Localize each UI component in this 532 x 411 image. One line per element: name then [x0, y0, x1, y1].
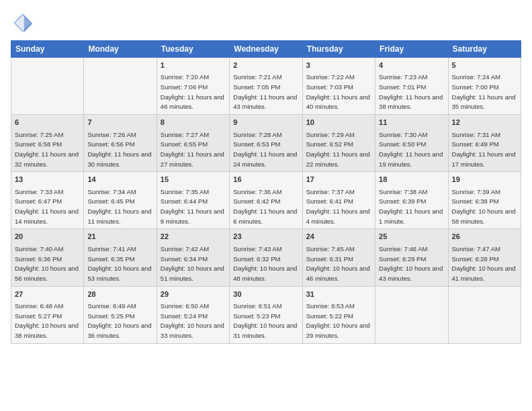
logo-icon — [11, 11, 35, 35]
calendar-header-row: SundayMondayTuesdayWednesdayThursdayFrid… — [11, 41, 521, 58]
calendar-week-5: 27Sunrise: 6:48 AM Sunset: 5:27 PM Dayli… — [11, 286, 521, 343]
day-number: 11 — [379, 118, 444, 128]
calendar-cell: 19Sunrise: 7:39 AM Sunset: 6:38 PM Dayli… — [448, 172, 521, 229]
day-number: 16 — [233, 175, 298, 185]
day-info: Sunrise: 7:35 AM Sunset: 6:44 PM Dayligh… — [161, 188, 224, 225]
day-number: 3 — [306, 60, 371, 71]
day-number: 10 — [306, 118, 371, 128]
calendar-cell — [448, 286, 521, 343]
calendar-week-2: 6Sunrise: 7:25 AM Sunset: 6:58 PM Daylig… — [11, 115, 521, 172]
day-number: 23 — [233, 232, 298, 242]
day-info: Sunrise: 7:46 AM Sunset: 6:29 PM Dayligh… — [379, 245, 443, 282]
day-info: Sunrise: 7:33 AM Sunset: 6:47 PM Dayligh… — [15, 188, 79, 225]
calendar-cell: 26Sunrise: 7:47 AM Sunset: 6:28 PM Dayli… — [448, 229, 521, 286]
day-number: 30 — [233, 289, 298, 300]
day-number: 2 — [233, 60, 298, 71]
day-info: Sunrise: 7:23 AM Sunset: 7:01 PM Dayligh… — [379, 73, 443, 110]
calendar-cell: 14Sunrise: 7:34 AM Sunset: 6:45 PM Dayli… — [84, 172, 157, 229]
calendar-cell: 31Sunrise: 6:53 AM Sunset: 5:22 PM Dayli… — [302, 286, 375, 343]
day-info: Sunrise: 7:31 AM Sunset: 6:49 PM Dayligh… — [452, 131, 516, 168]
day-info: Sunrise: 7:28 AM Sunset: 6:53 PM Dayligh… — [233, 131, 297, 168]
day-number: 13 — [15, 175, 80, 185]
calendar-cell: 10Sunrise: 7:29 AM Sunset: 6:52 PM Dayli… — [302, 115, 375, 172]
day-number: 27 — [15, 289, 80, 300]
day-number: 9 — [233, 118, 298, 128]
day-number: 24 — [306, 232, 371, 242]
day-number: 12 — [452, 118, 517, 128]
day-number: 19 — [452, 175, 517, 185]
day-number: 31 — [306, 289, 371, 300]
day-number: 5 — [452, 60, 517, 71]
day-info: Sunrise: 7:25 AM Sunset: 6:58 PM Dayligh… — [15, 131, 79, 168]
calendar-cell: 7Sunrise: 7:26 AM Sunset: 6:56 PM Daylig… — [84, 115, 157, 172]
day-info: Sunrise: 6:48 AM Sunset: 5:27 PM Dayligh… — [15, 302, 79, 339]
day-info: Sunrise: 6:50 AM Sunset: 5:24 PM Dayligh… — [161, 302, 224, 339]
calendar-week-3: 13Sunrise: 7:33 AM Sunset: 6:47 PM Dayli… — [11, 172, 521, 229]
day-number: 8 — [161, 118, 226, 128]
calendar-cell: 12Sunrise: 7:31 AM Sunset: 6:49 PM Dayli… — [448, 115, 521, 172]
day-number: 14 — [87, 175, 152, 185]
page-header — [11, 11, 521, 35]
calendar-cell: 5Sunrise: 7:24 AM Sunset: 7:00 PM Daylig… — [448, 58, 521, 115]
day-info: Sunrise: 7:24 AM Sunset: 7:00 PM Dayligh… — [452, 73, 516, 110]
day-number: 6 — [15, 118, 80, 128]
day-number: 28 — [87, 289, 152, 300]
calendar-cell: 25Sunrise: 7:46 AM Sunset: 6:29 PM Dayli… — [375, 229, 448, 286]
calendar-cell: 23Sunrise: 7:43 AM Sunset: 6:32 PM Dayli… — [230, 229, 302, 286]
calendar-cell: 20Sunrise: 7:40 AM Sunset: 6:36 PM Dayli… — [11, 229, 84, 286]
day-info: Sunrise: 7:22 AM Sunset: 7:03 PM Dayligh… — [306, 73, 370, 110]
day-number: 29 — [161, 289, 226, 300]
calendar-cell: 6Sunrise: 7:25 AM Sunset: 6:58 PM Daylig… — [11, 115, 84, 172]
calendar-cell — [84, 58, 157, 115]
calendar-cell: 21Sunrise: 7:41 AM Sunset: 6:35 PM Dayli… — [84, 229, 157, 286]
day-info: Sunrise: 7:40 AM Sunset: 6:36 PM Dayligh… — [15, 245, 79, 282]
day-info: Sunrise: 7:42 AM Sunset: 6:34 PM Dayligh… — [161, 245, 224, 282]
calendar-cell: 30Sunrise: 6:51 AM Sunset: 5:23 PM Dayli… — [230, 286, 302, 343]
day-info: Sunrise: 7:41 AM Sunset: 6:35 PM Dayligh… — [87, 245, 151, 282]
day-info: Sunrise: 7:37 AM Sunset: 6:41 PM Dayligh… — [306, 188, 370, 225]
calendar-cell: 1Sunrise: 7:20 AM Sunset: 7:06 PM Daylig… — [157, 58, 229, 115]
day-info: Sunrise: 6:53 AM Sunset: 5:22 PM Dayligh… — [306, 302, 370, 339]
day-header-monday: Monday — [84, 41, 157, 58]
day-info: Sunrise: 7:36 AM Sunset: 6:42 PM Dayligh… — [233, 188, 297, 225]
day-info: Sunrise: 7:45 AM Sunset: 6:31 PM Dayligh… — [306, 245, 370, 282]
day-info: Sunrise: 7:43 AM Sunset: 6:32 PM Dayligh… — [233, 245, 297, 282]
calendar-cell: 8Sunrise: 7:27 AM Sunset: 6:55 PM Daylig… — [157, 115, 229, 172]
day-number: 18 — [379, 175, 444, 185]
day-info: Sunrise: 7:47 AM Sunset: 6:28 PM Dayligh… — [452, 245, 516, 282]
calendar-cell: 15Sunrise: 7:35 AM Sunset: 6:44 PM Dayli… — [157, 172, 229, 229]
logo — [11, 11, 38, 35]
day-number: 7 — [87, 118, 152, 128]
calendar-cell: 17Sunrise: 7:37 AM Sunset: 6:41 PM Dayli… — [302, 172, 375, 229]
day-number: 20 — [15, 232, 80, 242]
svg-marker-1 — [24, 15, 33, 32]
day-number: 15 — [161, 175, 226, 185]
day-header-wednesday: Wednesday — [230, 41, 302, 58]
calendar-cell: 4Sunrise: 7:23 AM Sunset: 7:01 PM Daylig… — [375, 58, 448, 115]
day-header-tuesday: Tuesday — [157, 41, 229, 58]
day-number: 22 — [161, 232, 226, 242]
day-number: 26 — [452, 232, 517, 242]
calendar-cell: 3Sunrise: 7:22 AM Sunset: 7:03 PM Daylig… — [302, 58, 375, 115]
day-info: Sunrise: 7:38 AM Sunset: 6:39 PM Dayligh… — [379, 188, 443, 225]
calendar-cell: 29Sunrise: 6:50 AM Sunset: 5:24 PM Dayli… — [157, 286, 229, 343]
calendar-cell: 2Sunrise: 7:21 AM Sunset: 7:05 PM Daylig… — [230, 58, 302, 115]
day-info: Sunrise: 7:30 AM Sunset: 6:50 PM Dayligh… — [379, 131, 443, 168]
calendar-cell: 11Sunrise: 7:30 AM Sunset: 6:50 PM Dayli… — [375, 115, 448, 172]
day-info: Sunrise: 6:51 AM Sunset: 5:23 PM Dayligh… — [233, 302, 297, 339]
day-header-friday: Friday — [375, 41, 448, 58]
calendar-cell: 13Sunrise: 7:33 AM Sunset: 6:47 PM Dayli… — [11, 172, 84, 229]
calendar-cell: 16Sunrise: 7:36 AM Sunset: 6:42 PM Dayli… — [230, 172, 302, 229]
day-info: Sunrise: 7:21 AM Sunset: 7:05 PM Dayligh… — [233, 73, 297, 110]
day-number: 4 — [379, 60, 444, 71]
day-info: Sunrise: 7:34 AM Sunset: 6:45 PM Dayligh… — [87, 188, 151, 225]
day-number: 17 — [306, 175, 371, 185]
day-info: Sunrise: 7:27 AM Sunset: 6:55 PM Dayligh… — [161, 131, 224, 168]
calendar-cell: 24Sunrise: 7:45 AM Sunset: 6:31 PM Dayli… — [302, 229, 375, 286]
calendar-table: SundayMondayTuesdayWednesdayThursdayFrid… — [11, 40, 521, 344]
calendar-cell: 18Sunrise: 7:38 AM Sunset: 6:39 PM Dayli… — [375, 172, 448, 229]
calendar-cell: 28Sunrise: 6:49 AM Sunset: 5:25 PM Dayli… — [84, 286, 157, 343]
calendar-week-1: 1Sunrise: 7:20 AM Sunset: 7:06 PM Daylig… — [11, 58, 521, 115]
day-number: 25 — [379, 232, 444, 242]
day-header-thursday: Thursday — [302, 41, 375, 58]
